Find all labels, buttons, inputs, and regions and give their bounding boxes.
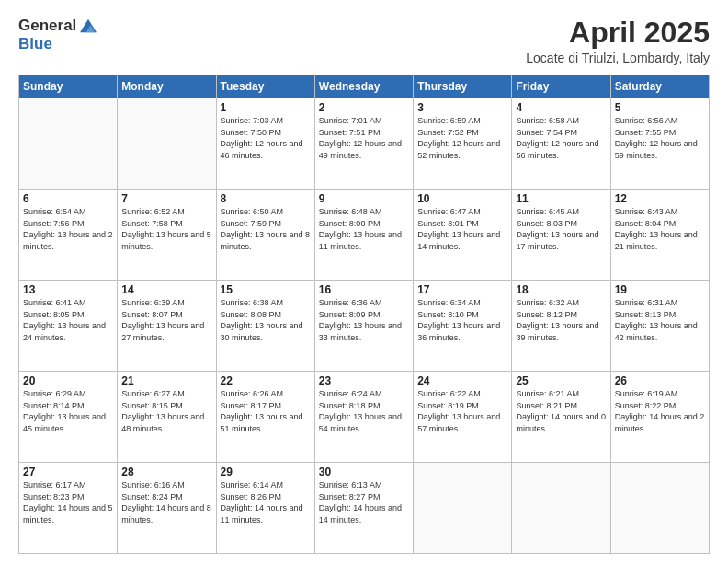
day-number: 4 xyxy=(516,101,606,114)
day-number: 28 xyxy=(121,465,211,478)
day-info: Sunrise: 7:03 AM Sunset: 7:50 PM Dayligh… xyxy=(221,115,311,161)
calendar-cell: 13Sunrise: 6:41 AM Sunset: 8:05 PM Dayli… xyxy=(19,281,118,372)
calendar-cell: 1Sunrise: 7:03 AM Sunset: 7:50 PM Daylig… xyxy=(216,98,314,190)
calendar-week-4: 27Sunrise: 6:17 AM Sunset: 8:23 PM Dayli… xyxy=(19,463,710,554)
calendar-cell: 10Sunrise: 6:47 AM Sunset: 8:01 PM Dayli… xyxy=(414,190,512,281)
day-info: Sunrise: 6:32 AM Sunset: 8:12 PM Dayligh… xyxy=(516,297,606,343)
day-number: 3 xyxy=(417,101,507,114)
calendar-cell: 12Sunrise: 6:43 AM Sunset: 8:04 PM Dayli… xyxy=(610,190,709,281)
calendar-cell: 3Sunrise: 6:59 AM Sunset: 7:52 PM Daylig… xyxy=(414,98,512,190)
day-info: Sunrise: 6:34 AM Sunset: 8:10 PM Dayligh… xyxy=(417,297,507,343)
calendar-header-friday: Friday xyxy=(512,75,610,98)
day-info: Sunrise: 6:59 AM Sunset: 7:52 PM Dayligh… xyxy=(417,115,507,161)
calendar-cell: 17Sunrise: 6:34 AM Sunset: 8:10 PM Dayli… xyxy=(414,281,512,372)
calendar-cell: 7Sunrise: 6:52 AM Sunset: 7:58 PM Daylig… xyxy=(118,190,216,281)
day-number: 20 xyxy=(23,374,113,387)
calendar-cell: 4Sunrise: 6:58 AM Sunset: 7:54 PM Daylig… xyxy=(512,98,610,190)
day-info: Sunrise: 6:54 AM Sunset: 7:56 PM Dayligh… xyxy=(23,206,113,252)
day-info: Sunrise: 6:38 AM Sunset: 8:08 PM Dayligh… xyxy=(221,297,311,343)
day-number: 5 xyxy=(615,101,705,114)
logo-blue-text: Blue xyxy=(18,35,52,53)
day-number: 23 xyxy=(319,374,409,387)
day-info: Sunrise: 6:56 AM Sunset: 7:55 PM Dayligh… xyxy=(615,115,705,161)
header: General Blue April 2025 Locate di Triulz… xyxy=(18,17,710,65)
calendar-header-thursday: Thursday xyxy=(414,75,512,98)
day-info: Sunrise: 6:17 AM Sunset: 8:23 PM Dayligh… xyxy=(23,479,113,525)
day-info: Sunrise: 6:22 AM Sunset: 8:19 PM Dayligh… xyxy=(417,388,507,434)
calendar-header-tuesday: Tuesday xyxy=(216,75,314,98)
calendar-cell: 21Sunrise: 6:27 AM Sunset: 8:15 PM Dayli… xyxy=(118,372,216,463)
day-info: Sunrise: 6:50 AM Sunset: 7:59 PM Dayligh… xyxy=(221,206,311,252)
day-number: 10 xyxy=(417,192,507,205)
day-number: 25 xyxy=(516,374,606,387)
day-info: Sunrise: 6:19 AM Sunset: 8:22 PM Dayligh… xyxy=(615,388,705,434)
calendar-header-monday: Monday xyxy=(118,75,216,98)
calendar-cell: 19Sunrise: 6:31 AM Sunset: 8:13 PM Dayli… xyxy=(610,281,709,372)
calendar-cell: 6Sunrise: 6:54 AM Sunset: 7:56 PM Daylig… xyxy=(19,190,118,281)
calendar-cell: 18Sunrise: 6:32 AM Sunset: 8:12 PM Dayli… xyxy=(512,281,610,372)
calendar-cell: 16Sunrise: 6:36 AM Sunset: 8:09 PM Dayli… xyxy=(314,281,413,372)
day-info: Sunrise: 6:16 AM Sunset: 8:24 PM Dayligh… xyxy=(121,479,211,525)
calendar-cell: 8Sunrise: 6:50 AM Sunset: 7:59 PM Daylig… xyxy=(216,190,314,281)
day-info: Sunrise: 6:47 AM Sunset: 8:01 PM Dayligh… xyxy=(417,206,507,252)
day-number: 16 xyxy=(319,283,409,296)
day-info: Sunrise: 6:36 AM Sunset: 8:09 PM Dayligh… xyxy=(319,297,409,343)
day-info: Sunrise: 6:29 AM Sunset: 8:14 PM Dayligh… xyxy=(23,388,113,434)
calendar-cell xyxy=(118,98,216,190)
day-number: 29 xyxy=(221,465,311,478)
calendar-cell xyxy=(19,98,118,190)
calendar-cell: 9Sunrise: 6:48 AM Sunset: 8:00 PM Daylig… xyxy=(314,190,413,281)
calendar-week-1: 6Sunrise: 6:54 AM Sunset: 7:56 PM Daylig… xyxy=(19,190,710,281)
calendar-cell: 26Sunrise: 6:19 AM Sunset: 8:22 PM Dayli… xyxy=(610,372,709,463)
calendar-cell xyxy=(610,463,709,554)
day-info: Sunrise: 6:43 AM Sunset: 8:04 PM Dayligh… xyxy=(615,206,705,252)
calendar-cell: 22Sunrise: 6:26 AM Sunset: 8:17 PM Dayli… xyxy=(216,372,314,463)
calendar-cell: 5Sunrise: 6:56 AM Sunset: 7:55 PM Daylig… xyxy=(610,98,709,190)
day-info: Sunrise: 6:41 AM Sunset: 8:05 PM Dayligh… xyxy=(23,297,113,343)
day-info: Sunrise: 6:27 AM Sunset: 8:15 PM Dayligh… xyxy=(121,388,211,434)
day-number: 6 xyxy=(23,192,113,205)
day-info: Sunrise: 7:01 AM Sunset: 7:51 PM Dayligh… xyxy=(319,115,409,161)
day-info: Sunrise: 6:48 AM Sunset: 8:00 PM Dayligh… xyxy=(319,206,409,252)
calendar-cell: 23Sunrise: 6:24 AM Sunset: 8:18 PM Dayli… xyxy=(314,372,413,463)
day-number: 18 xyxy=(516,283,606,296)
calendar-cell: 29Sunrise: 6:14 AM Sunset: 8:26 PM Dayli… xyxy=(216,463,314,554)
calendar-cell: 20Sunrise: 6:29 AM Sunset: 8:14 PM Dayli… xyxy=(19,372,118,463)
day-number: 19 xyxy=(615,283,705,296)
calendar-header-sunday: Sunday xyxy=(19,75,118,98)
calendar-cell: 25Sunrise: 6:21 AM Sunset: 8:21 PM Dayli… xyxy=(512,372,610,463)
day-info: Sunrise: 6:26 AM Sunset: 8:17 PM Dayligh… xyxy=(221,388,311,434)
day-number: 30 xyxy=(319,465,409,478)
day-info: Sunrise: 6:58 AM Sunset: 7:54 PM Dayligh… xyxy=(516,115,606,161)
calendar-cell: 15Sunrise: 6:38 AM Sunset: 8:08 PM Dayli… xyxy=(216,281,314,372)
calendar-cell: 27Sunrise: 6:17 AM Sunset: 8:23 PM Dayli… xyxy=(19,463,118,554)
logo-icon xyxy=(80,17,97,34)
day-number: 1 xyxy=(221,101,311,114)
calendar-week-3: 20Sunrise: 6:29 AM Sunset: 8:14 PM Dayli… xyxy=(19,372,710,463)
calendar-week-0: 1Sunrise: 7:03 AM Sunset: 7:50 PM Daylig… xyxy=(19,98,710,190)
page: General Blue April 2025 Locate di Triulz… xyxy=(0,0,728,563)
day-info: Sunrise: 6:21 AM Sunset: 8:21 PM Dayligh… xyxy=(516,388,606,434)
day-number: 9 xyxy=(319,192,409,205)
calendar-cell: 2Sunrise: 7:01 AM Sunset: 7:51 PM Daylig… xyxy=(314,98,413,190)
calendar-table: SundayMondayTuesdayWednesdayThursdayFrid… xyxy=(18,75,710,554)
calendar-cell xyxy=(414,463,512,554)
day-info: Sunrise: 6:24 AM Sunset: 8:18 PM Dayligh… xyxy=(319,388,409,434)
calendar-cell: 24Sunrise: 6:22 AM Sunset: 8:19 PM Dayli… xyxy=(414,372,512,463)
logo: General Blue xyxy=(18,17,97,53)
day-number: 15 xyxy=(221,283,311,296)
calendar-cell: 30Sunrise: 6:13 AM Sunset: 8:27 PM Dayli… xyxy=(314,463,413,554)
day-number: 24 xyxy=(417,374,507,387)
calendar-header-row: SundayMondayTuesdayWednesdayThursdayFrid… xyxy=(19,75,710,98)
calendar-cell: 14Sunrise: 6:39 AM Sunset: 8:07 PM Dayli… xyxy=(118,281,216,372)
day-info: Sunrise: 6:13 AM Sunset: 8:27 PM Dayligh… xyxy=(319,479,409,525)
day-info: Sunrise: 6:14 AM Sunset: 8:26 PM Dayligh… xyxy=(221,479,311,525)
day-number: 22 xyxy=(221,374,311,387)
day-info: Sunrise: 6:39 AM Sunset: 8:07 PM Dayligh… xyxy=(121,297,211,343)
month-title: April 2025 xyxy=(526,17,710,49)
location-title: Locate di Triulzi, Lombardy, Italy xyxy=(526,51,710,65)
day-number: 12 xyxy=(615,192,705,205)
day-number: 11 xyxy=(516,192,606,205)
day-number: 21 xyxy=(121,374,211,387)
calendar-cell: 28Sunrise: 6:16 AM Sunset: 8:24 PM Dayli… xyxy=(118,463,216,554)
